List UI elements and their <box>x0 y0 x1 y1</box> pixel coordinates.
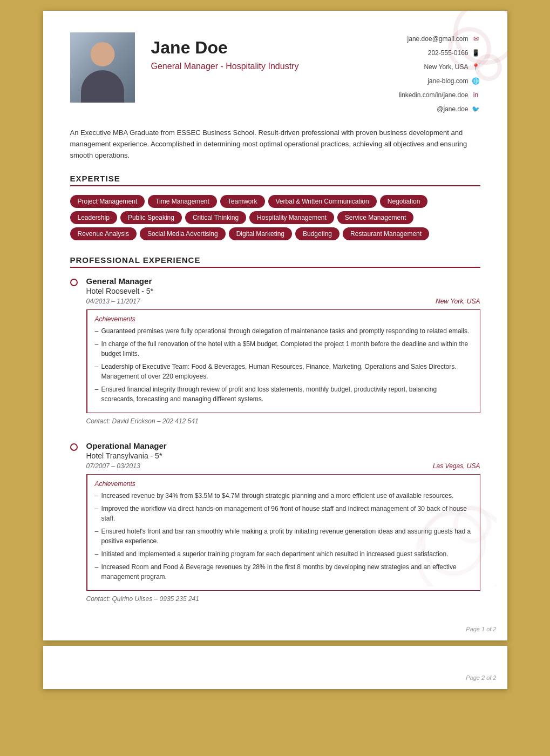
full-name: Jane Doe <box>151 38 362 58</box>
email-text: jane.doe@gmail.com <box>408 32 468 45</box>
experience-header: PROFESSIONAL EXPERIENCE <box>70 255 480 268</box>
job-dates-2: 07/2007 – 03/2013 <box>86 462 140 470</box>
skill-leadership: Leadership <box>70 211 117 224</box>
website-icon: 🌐 <box>472 77 480 85</box>
twitter-text: @jane.doe <box>437 103 468 116</box>
job-contact-2: Contact: Quirino Ulises – 0935 235 241 <box>86 595 480 603</box>
skill-social-media: Social Media Advertising <box>140 227 226 240</box>
skill-critical-thinking: Critical Thinking <box>185 211 246 224</box>
achievement-2-2: Improved the workflow via direct hands-o… <box>95 504 472 523</box>
job-title-2: Operational Manager <box>86 441 480 450</box>
job-item-2: Operational Manager Hotel Transylvania -… <box>70 441 480 603</box>
achievement-1-1: Guaranteed premises were fully operation… <box>95 326 472 336</box>
location-row: New York, USA 📍 <box>362 60 480 73</box>
skill-revenue-analysis: Revenue Analysis <box>70 227 137 240</box>
website-text: jane-blog.com <box>427 75 468 87</box>
linkedin-text: linkedin.com/in/jane.doe <box>399 89 468 102</box>
page-number-1: Page 1 of 2 <box>466 626 496 632</box>
location-text: New York, USA <box>424 60 468 73</box>
job-location-1: New York, USA <box>436 298 480 305</box>
achievements-label-2: Achievements <box>95 480 472 488</box>
website-row: jane-blog.com 🌐 <box>362 75 480 87</box>
email-icon: ✉ <box>472 35 480 43</box>
contact-info: jane.doe@gmail.com ✉ 202-555-0166 📱 New … <box>362 32 480 117</box>
phone-row: 202-555-0166 📱 <box>362 46 480 59</box>
achievements-label-1: Achievements <box>95 315 472 323</box>
phone-text: 202-555-0166 <box>428 46 468 59</box>
achievement-2-5: Increased Room and Food & Beverage reven… <box>95 562 472 582</box>
achievement-2-3: Ensured hotel's front and bar ran smooth… <box>95 526 472 546</box>
job-location-2: Las Vegas, USA <box>433 462 480 470</box>
achievement-1-4: Ensured financial integrity through revi… <box>95 384 472 404</box>
achievement-1-3: Leadership of Executive Team: Food & Bev… <box>95 362 472 381</box>
job-bullet-2 <box>70 441 86 603</box>
achievement-1-2: In charge of the full renovation of the … <box>95 339 472 359</box>
avatar <box>70 32 135 103</box>
skills-row-3: Revenue Analysis Social Media Advertisin… <box>70 227 480 240</box>
linkedin-row: linkedin.com/in/jane.doe in <box>362 89 480 102</box>
skill-restaurant-management: Restaurant Management <box>343 227 429 240</box>
resume-header: Jane Doe General Manager - Hospitality I… <box>70 32 480 117</box>
page-number-2: Page 2 of 2 <box>466 674 496 681</box>
bullet-circle-1 <box>70 279 78 286</box>
skill-time-management: Time Management <box>148 195 217 208</box>
skill-budgeting: Budgeting <box>295 227 339 240</box>
achievement-2-1: Increased revenue by 34% from $3.5M to $… <box>95 491 472 501</box>
skill-negotiation: Negotiation <box>380 195 428 208</box>
expertise-section: EXPERTISE Project Management Time Manage… <box>70 174 480 240</box>
experience-section: PROFESSIONAL EXPERIENCE General Manager … <box>70 255 480 603</box>
job-title-1: General Manager <box>86 276 480 286</box>
job-content-2: Operational Manager Hotel Transylvania -… <box>86 441 480 603</box>
expertise-header: EXPERTISE <box>70 174 480 186</box>
job-meta-2: 07/2007 – 03/2013 Las Vegas, USA <box>86 462 480 470</box>
avatar-container <box>70 32 135 103</box>
skill-service-management: Service Management <box>337 211 413 224</box>
job-contact-1: Contact: David Erickson – 202 412 541 <box>86 417 480 425</box>
job-title: General Manager - Hospitality Industry <box>151 61 362 72</box>
skill-hospitality-management: Hospitality Management <box>249 211 334 224</box>
phone-icon: 📱 <box>472 49 480 57</box>
linkedin-icon: in <box>472 91 480 99</box>
job-bullet-1 <box>70 276 86 425</box>
skill-teamwork: Teamwork <box>220 195 265 208</box>
resume-page2: Page 2 of 2 <box>43 646 507 689</box>
achievements-box-1: Achievements Guaranteed premises were fu… <box>86 309 480 413</box>
job-company-1: Hotel Roosevelt - 5* <box>86 287 480 295</box>
summary-text: An Executive MBA Graduate from ESSEC Bus… <box>70 127 480 161</box>
skills-row-1: Project Management Time Management Teamw… <box>70 195 480 208</box>
bullet-circle-2 <box>70 443 78 451</box>
skill-digital-marketing: Digital Marketing <box>229 227 292 240</box>
achievement-2-4: Initiated and implemented a superior tra… <box>95 549 472 559</box>
job-meta-1: 04/2013 – 11/2017 New York, USA <box>86 298 480 305</box>
achievements-box-2: Achievements Increased revenue by 34% fr… <box>86 474 480 591</box>
twitter-row: @jane.doe 🐦 <box>362 103 480 116</box>
skills-row-2: Leadership Public Speaking Critical Thin… <box>70 211 480 224</box>
job-company-2: Hotel Transylvania - 5* <box>86 451 480 460</box>
skill-verbal-written: Verbal & Written Communication <box>268 195 377 208</box>
job-content-1: General Manager Hotel Roosevelt - 5* 04/… <box>86 276 480 425</box>
resume-page1: Jane Doe General Manager - Hospitality I… <box>43 11 507 640</box>
name-title-block: Jane Doe General Manager - Hospitality I… <box>151 32 362 72</box>
email-row: jane.doe@gmail.com ✉ <box>362 32 480 45</box>
job-dates-1: 04/2013 – 11/2017 <box>86 298 140 305</box>
skill-project-management: Project Management <box>70 195 145 208</box>
twitter-icon: 🐦 <box>472 105 480 113</box>
job-item-1: General Manager Hotel Roosevelt - 5* 04/… <box>70 276 480 425</box>
skill-public-speaking: Public Speaking <box>120 211 182 224</box>
location-icon: 📍 <box>472 63 480 71</box>
